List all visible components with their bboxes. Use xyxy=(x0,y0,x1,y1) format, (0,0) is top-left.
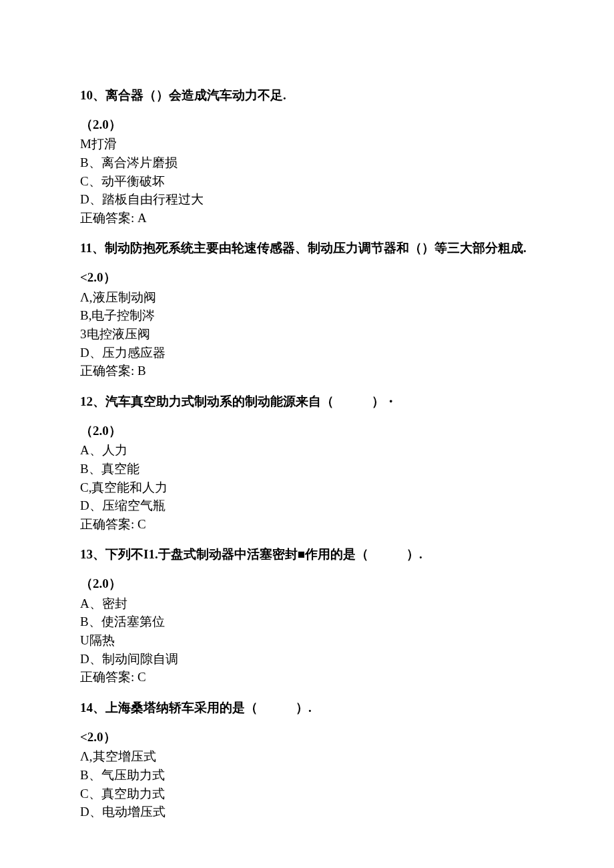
option-c: C、真空助力式 xyxy=(80,785,534,803)
option-d: D、踏板自由行程过大 xyxy=(80,191,534,208)
option-d: D、压缩空气瓶 xyxy=(80,497,534,514)
option-a: Λ,其空增压式 xyxy=(80,748,534,765)
option-b: B,电子控制涔 xyxy=(80,307,534,324)
question-score: （2.0） xyxy=(80,575,534,592)
option-d: D、制动间隙自调 xyxy=(80,650,534,668)
option-b: B、离合涔片磨损 xyxy=(80,154,534,171)
question-number: 10 xyxy=(80,88,93,102)
option-a: A、密封 xyxy=(80,595,534,612)
option-a: M打滑 xyxy=(80,135,534,153)
question-stem: 、下列不I1.于盘式制动器中活塞密封■作用的是（ ）. xyxy=(93,547,422,561)
answer-line: 正确答案: B xyxy=(80,362,534,380)
answer-value: B xyxy=(137,364,146,378)
option-c: 3电控液压阀 xyxy=(80,326,534,343)
option-a: A、人力 xyxy=(80,442,534,459)
option-c: U隔热 xyxy=(80,632,534,649)
question-stem: 、上海桑塔纳轿车采用的是（ ）. xyxy=(93,701,312,715)
question-stem: 、离合器（）会造成汽车动力不足. xyxy=(93,88,286,102)
question-score: （2.0） xyxy=(80,116,534,133)
question-title: 11、制动防抱死系统主要由轮速传感器、制动压力调节器和（）等三大部分粗成. xyxy=(80,240,534,257)
question-number: 11 xyxy=(80,241,92,255)
question-title: 12、汽车真空助力式制动系的制动能源来自（ ）・ xyxy=(80,393,534,410)
question-number: 14 xyxy=(80,701,93,715)
option-b: B、使活塞第位 xyxy=(80,613,534,630)
option-d: D、压力感应器 xyxy=(80,344,534,362)
option-b: B、气压助力式 xyxy=(80,767,534,784)
question-stem: 、汽车真空助力式制动系的制动能源来自（ ）・ xyxy=(93,394,397,408)
question-number: 13 xyxy=(80,547,93,561)
option-a: Λ,液压制动阀 xyxy=(80,289,534,306)
answer-line: 正确答案: C xyxy=(80,669,534,686)
question-title: 13、下列不I1.于盘式制动器中活塞密封■作用的是（ ）. xyxy=(80,546,534,563)
question-score: <2.0） xyxy=(80,269,534,286)
question-title: 14、上海桑塔纳轿车采用的是（ ）. xyxy=(80,699,534,717)
answer-line: 正确答案: C xyxy=(80,516,534,533)
answer-value: C xyxy=(137,670,146,684)
answer-line: 正确答案: A xyxy=(80,209,534,227)
answer-label: 正确答案: xyxy=(80,211,137,225)
answer-label: 正确答案: xyxy=(80,670,137,684)
question-score: （2.0） xyxy=(80,422,534,440)
option-b: B、真空能 xyxy=(80,460,534,478)
answer-label: 正确答案: xyxy=(80,364,137,378)
question-number: 12 xyxy=(80,394,93,408)
answer-label: 正确答案: xyxy=(80,517,137,531)
answer-value: A xyxy=(137,211,147,225)
question-title: 10、离合器（）会造成汽车动力不足. xyxy=(80,87,534,104)
answer-value: C xyxy=(137,517,146,531)
question-score: <2.0） xyxy=(80,729,534,746)
document-page: 10、离合器（）会造成汽车动力不足. （2.0） M打滑 B、离合涔片磨损 C、… xyxy=(0,0,614,868)
option-d: D、电动增压式 xyxy=(80,803,534,821)
option-c: C、动平衡破坏 xyxy=(80,173,534,190)
option-c: C,真空能和人力 xyxy=(80,479,534,496)
question-stem: 、制动防抱死系统主要由轮速传感器、制动压力调节器和（）等三大部分粗成. xyxy=(92,241,527,255)
